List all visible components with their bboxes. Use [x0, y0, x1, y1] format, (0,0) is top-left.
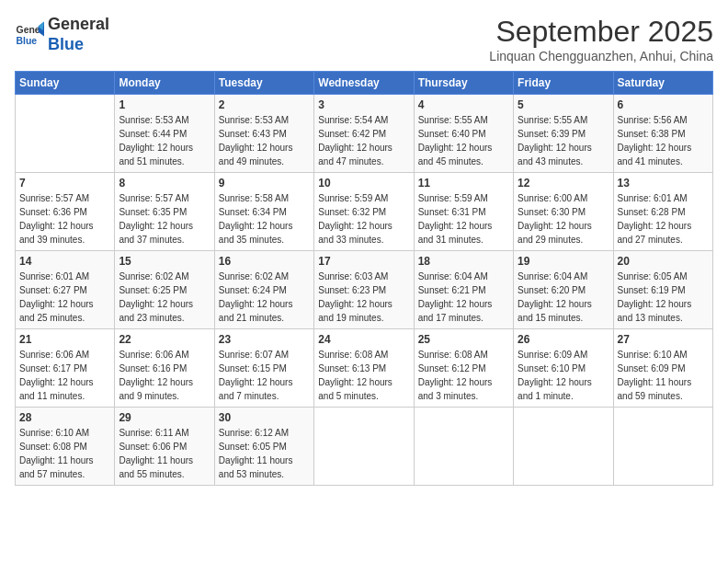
- day-info: Sunrise: 5:58 AM Sunset: 6:34 PM Dayligh…: [219, 191, 310, 247]
- day-number: 22: [119, 333, 210, 346]
- day-info: Sunrise: 6:12 AM Sunset: 6:05 PM Dayligh…: [219, 426, 310, 481]
- day-info: Sunrise: 6:08 AM Sunset: 6:12 PM Dayligh…: [418, 348, 509, 403]
- day-info: Sunrise: 5:53 AM Sunset: 6:43 PM Dayligh…: [219, 113, 310, 168]
- calendar-header-cell: Tuesday: [214, 72, 313, 95]
- calendar-day-cell: 20Sunrise: 6:05 AM Sunset: 6:19 PM Dayli…: [613, 251, 712, 329]
- day-number: 16: [219, 255, 310, 268]
- calendar-day-cell: 26Sunrise: 6:09 AM Sunset: 6:10 PM Dayli…: [514, 329, 613, 408]
- calendar-day-cell: 22Sunrise: 6:06 AM Sunset: 6:16 PM Dayli…: [115, 329, 214, 408]
- day-number: 15: [119, 255, 210, 268]
- month-title: September 2025: [489, 15, 713, 49]
- calendar-week-row: 1Sunrise: 5:53 AM Sunset: 6:44 PM Daylig…: [16, 95, 713, 173]
- day-info: Sunrise: 6:04 AM Sunset: 6:20 PM Dayligh…: [518, 270, 609, 325]
- calendar-header-cell: Friday: [514, 72, 613, 95]
- calendar-body: 1Sunrise: 5:53 AM Sunset: 6:44 PM Daylig…: [16, 95, 713, 486]
- day-info: Sunrise: 5:57 AM Sunset: 6:35 PM Dayligh…: [119, 191, 210, 247]
- day-number: 25: [418, 333, 509, 346]
- day-info: Sunrise: 6:11 AM Sunset: 6:06 PM Dayligh…: [119, 426, 210, 481]
- calendar-day-cell: 6Sunrise: 5:56 AM Sunset: 6:38 PM Daylig…: [613, 95, 712, 173]
- day-info: Sunrise: 6:08 AM Sunset: 6:13 PM Dayligh…: [318, 348, 409, 403]
- logo-text: General Blue: [48, 15, 109, 54]
- day-info: Sunrise: 6:00 AM Sunset: 6:30 PM Dayligh…: [518, 191, 609, 247]
- day-info: Sunrise: 6:06 AM Sunset: 6:17 PM Dayligh…: [19, 348, 110, 403]
- day-number: 9: [219, 177, 310, 190]
- day-number: 6: [618, 98, 709, 111]
- day-info: Sunrise: 5:55 AM Sunset: 6:39 PM Dayligh…: [518, 113, 609, 168]
- day-info: Sunrise: 6:10 AM Sunset: 6:09 PM Dayligh…: [618, 348, 709, 403]
- calendar-day-cell: 17Sunrise: 6:03 AM Sunset: 6:23 PM Dayli…: [314, 251, 414, 329]
- calendar-day-cell: [613, 408, 712, 486]
- calendar-day-cell: 1Sunrise: 5:53 AM Sunset: 6:44 PM Daylig…: [115, 95, 214, 173]
- location-title: Linquan Chengguanzhen, Anhui, China: [489, 49, 713, 63]
- calendar-day-cell: 16Sunrise: 6:02 AM Sunset: 6:24 PM Dayli…: [214, 251, 313, 329]
- day-info: Sunrise: 6:10 AM Sunset: 6:08 PM Dayligh…: [19, 426, 110, 481]
- calendar-day-cell: 23Sunrise: 6:07 AM Sunset: 6:15 PM Dayli…: [214, 329, 313, 408]
- svg-text:Blue: Blue: [17, 35, 38, 45]
- day-info: Sunrise: 6:02 AM Sunset: 6:24 PM Dayligh…: [219, 270, 310, 325]
- day-number: 23: [219, 333, 310, 346]
- calendar-day-cell: 19Sunrise: 6:04 AM Sunset: 6:20 PM Dayli…: [514, 251, 613, 329]
- day-number: 10: [318, 177, 409, 190]
- day-info: Sunrise: 6:01 AM Sunset: 6:28 PM Dayligh…: [618, 191, 709, 247]
- calendar-day-cell: 15Sunrise: 6:02 AM Sunset: 6:25 PM Dayli…: [115, 251, 214, 329]
- day-number: 14: [19, 255, 110, 268]
- day-number: 1: [119, 98, 210, 111]
- calendar-header-cell: Thursday: [414, 72, 513, 95]
- calendar-header-cell: Saturday: [613, 72, 712, 95]
- calendar-day-cell: 12Sunrise: 6:00 AM Sunset: 6:30 PM Dayli…: [514, 173, 613, 251]
- day-number: 13: [618, 177, 709, 190]
- calendar-week-row: 7Sunrise: 5:57 AM Sunset: 6:36 PM Daylig…: [16, 173, 713, 251]
- day-info: Sunrise: 6:06 AM Sunset: 6:16 PM Dayligh…: [119, 348, 210, 403]
- calendar-week-row: 21Sunrise: 6:06 AM Sunset: 6:17 PM Dayli…: [16, 329, 713, 408]
- calendar-day-cell: 10Sunrise: 5:59 AM Sunset: 6:32 PM Dayli…: [314, 173, 414, 251]
- day-number: 17: [318, 255, 409, 268]
- day-number: 12: [518, 177, 609, 190]
- calendar-day-cell: [414, 408, 513, 486]
- page-header: General Blue General Blue September 2025…: [15, 15, 713, 63]
- calendar-day-cell: 24Sunrise: 6:08 AM Sunset: 6:13 PM Dayli…: [314, 329, 414, 408]
- calendar-header-cell: Monday: [115, 72, 214, 95]
- calendar-header-row: SundayMondayTuesdayWednesdayThursdayFrid…: [16, 72, 713, 95]
- day-number: 8: [119, 177, 210, 190]
- calendar-header-cell: Sunday: [16, 72, 115, 95]
- day-info: Sunrise: 6:01 AM Sunset: 6:27 PM Dayligh…: [19, 270, 110, 325]
- calendar-day-cell: [514, 408, 613, 486]
- calendar-day-cell: 7Sunrise: 5:57 AM Sunset: 6:36 PM Daylig…: [16, 173, 115, 251]
- day-info: Sunrise: 6:02 AM Sunset: 6:25 PM Dayligh…: [119, 270, 210, 325]
- calendar-day-cell: [314, 408, 414, 486]
- calendar-week-row: 28Sunrise: 6:10 AM Sunset: 6:08 PM Dayli…: [16, 408, 713, 486]
- day-info: Sunrise: 6:09 AM Sunset: 6:10 PM Dayligh…: [518, 348, 609, 403]
- day-info: Sunrise: 6:03 AM Sunset: 6:23 PM Dayligh…: [318, 270, 409, 325]
- day-number: 29: [119, 411, 210, 424]
- day-info: Sunrise: 6:05 AM Sunset: 6:19 PM Dayligh…: [618, 270, 709, 325]
- calendar-day-cell: 8Sunrise: 5:57 AM Sunset: 6:35 PM Daylig…: [115, 173, 214, 251]
- day-info: Sunrise: 5:59 AM Sunset: 6:31 PM Dayligh…: [418, 191, 509, 247]
- calendar-header-cell: Wednesday: [314, 72, 414, 95]
- logo: General Blue General Blue: [15, 15, 109, 54]
- calendar-day-cell: 21Sunrise: 6:06 AM Sunset: 6:17 PM Dayli…: [16, 329, 115, 408]
- day-info: Sunrise: 6:04 AM Sunset: 6:21 PM Dayligh…: [418, 270, 509, 325]
- day-info: Sunrise: 6:07 AM Sunset: 6:15 PM Dayligh…: [219, 348, 310, 403]
- calendar-day-cell: 18Sunrise: 6:04 AM Sunset: 6:21 PM Dayli…: [414, 251, 513, 329]
- day-number: 18: [418, 255, 509, 268]
- day-number: 7: [19, 177, 110, 190]
- day-number: 30: [219, 411, 310, 424]
- calendar-day-cell: 4Sunrise: 5:55 AM Sunset: 6:40 PM Daylig…: [414, 95, 513, 173]
- calendar-day-cell: 2Sunrise: 5:53 AM Sunset: 6:43 PM Daylig…: [214, 95, 313, 173]
- day-number: 2: [219, 98, 310, 111]
- calendar-day-cell: 27Sunrise: 6:10 AM Sunset: 6:09 PM Dayli…: [613, 329, 712, 408]
- day-info: Sunrise: 5:53 AM Sunset: 6:44 PM Dayligh…: [119, 113, 210, 168]
- calendar-day-cell: 3Sunrise: 5:54 AM Sunset: 6:42 PM Daylig…: [314, 95, 414, 173]
- day-info: Sunrise: 5:54 AM Sunset: 6:42 PM Dayligh…: [318, 113, 409, 168]
- calendar-day-cell: 29Sunrise: 6:11 AM Sunset: 6:06 PM Dayli…: [115, 408, 214, 486]
- calendar-day-cell: 30Sunrise: 6:12 AM Sunset: 6:05 PM Dayli…: [214, 408, 313, 486]
- calendar-day-cell: 5Sunrise: 5:55 AM Sunset: 6:39 PM Daylig…: [514, 95, 613, 173]
- calendar-week-row: 14Sunrise: 6:01 AM Sunset: 6:27 PM Dayli…: [16, 251, 713, 329]
- calendar-day-cell: 11Sunrise: 5:59 AM Sunset: 6:31 PM Dayli…: [414, 173, 513, 251]
- day-number: 24: [318, 333, 409, 346]
- day-info: Sunrise: 5:59 AM Sunset: 6:32 PM Dayligh…: [318, 191, 409, 247]
- day-number: 20: [618, 255, 709, 268]
- day-number: 19: [518, 255, 609, 268]
- day-number: 5: [518, 98, 609, 111]
- day-number: 28: [19, 411, 110, 424]
